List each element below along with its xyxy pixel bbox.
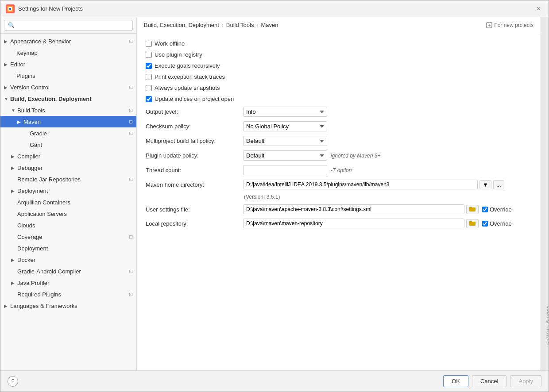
sidebar-item-languages[interactable]: ▶ Languages & Frameworks — [0, 300, 136, 311]
multiproject-policy-label: Multiproject build fail policy: — [146, 138, 243, 144]
sidebar-item-label: Gant — [30, 142, 133, 148]
sidebar-item-clouds[interactable]: Clouds — [0, 219, 136, 231]
sidebar-item-deployment[interactable]: ▶ Deployment — [0, 185, 136, 196]
local-repo-input[interactable] — [243, 219, 464, 228]
content-panel: Build, Execution, Deployment › Build Too… — [137, 17, 541, 370]
breadcrumb-part-3: Maven — [261, 22, 278, 28]
local-repo-browse-btn[interactable] — [466, 219, 479, 228]
cancel-button[interactable]: Cancel — [472, 375, 506, 387]
ext-icon: ⊡ — [129, 38, 133, 44]
output-level-value: Info Debug Warning Error — [243, 107, 532, 117]
sidebar-item-label: Build Tools — [17, 107, 127, 114]
override-label: Override — [490, 206, 512, 213]
arrow-icon: ▶ — [4, 39, 10, 44]
for-new-badge: For new projects — [486, 22, 534, 28]
sidebar-item-appearance[interactable]: ▶ Appearance & Behavior ⊡ — [0, 35, 136, 47]
sidebar-item-remote-jar[interactable]: Remote Jar Repositories ⊡ — [0, 173, 136, 185]
thread-count-input[interactable] — [243, 165, 327, 175]
form-grid: Output level: Info Debug Warning Error C… — [146, 107, 532, 228]
ext-icon: ⊡ — [129, 119, 133, 125]
sidebar-item-build-tools[interactable]: ▼ Build Tools ⊡ — [0, 104, 136, 116]
right-edge: CSDN @荒野漫步者 — [541, 17, 549, 370]
sidebar-item-docker[interactable]: ▶ Docker — [0, 254, 136, 265]
checkbox-update-indices: Update indices on project open — [146, 96, 532, 102]
sidebar-item-label: Gradle-Android Compiler — [17, 268, 127, 275]
folder-icon — [469, 220, 476, 226]
ext-icon: ⊡ — [129, 131, 133, 136]
dialog-title: Settings for New Projects — [18, 5, 83, 12]
sidebar-item-keymap[interactable]: Keymap — [0, 47, 136, 58]
maven-home-browse-btn[interactable]: ... — [493, 180, 504, 189]
close-button[interactable]: × — [534, 4, 543, 13]
sidebar-item-build-exec-deploy[interactable]: ▼ Build, Execution, Deployment — [0, 93, 136, 104]
arrow-icon: ▼ — [4, 96, 10, 101]
sidebar-item-required-plugins[interactable]: Required Plugins ⊡ — [0, 288, 136, 300]
sidebar-item-coverage[interactable]: Coverage ⊡ — [0, 231, 136, 242]
title-bar: Settings for New Projects × — [0, 0, 549, 17]
sidebar-item-gradle-android[interactable]: Gradle-Android Compiler ⊡ — [0, 265, 136, 277]
sidebar-item-label: Docker — [17, 257, 133, 263]
help-button[interactable]: ? — [8, 376, 18, 387]
sidebar-item-label: Deployment — [17, 188, 133, 194]
update-indices-checkbox[interactable] — [146, 96, 152, 102]
for-new-label: For new projects — [494, 22, 534, 28]
arrow-icon: ▶ — [11, 188, 17, 193]
ok-button[interactable]: OK — [443, 375, 468, 387]
sidebar-item-arquillian[interactable]: Arquillian Containers — [0, 196, 136, 208]
sidebar-item-compiler[interactable]: ▶ Compiler — [0, 150, 136, 162]
execute-goals-checkbox[interactable] — [146, 63, 152, 69]
plugin-update-hint: ignored by Maven 3+ — [331, 153, 380, 159]
checksum-policy-select[interactable]: No Global Policy Warn Fail Ignore — [243, 121, 327, 131]
sidebar-item-debugger[interactable]: ▶ Debugger — [0, 162, 136, 173]
sidebar-item-maven[interactable]: ▶ Maven ⊡ — [0, 116, 136, 127]
user-settings-browse-btn[interactable] — [466, 205, 479, 214]
use-plugin-registry-label: Use plugin registry — [155, 51, 202, 58]
print-exception-checkbox[interactable] — [146, 74, 152, 80]
sidebar-item-label: Deployment — [17, 245, 133, 252]
print-exception-label: Print exception stack traces — [155, 73, 225, 80]
always-update-checkbox[interactable] — [146, 85, 152, 91]
apply-button[interactable]: Apply — [510, 375, 541, 387]
local-repo-override: Override — [482, 220, 512, 227]
arrow-icon: ▶ — [11, 281, 17, 285]
local-repo-override-checkbox[interactable] — [482, 221, 488, 227]
plugin-update-policy-select[interactable]: Default Always Never — [243, 150, 327, 161]
user-settings-input[interactable] — [243, 204, 464, 214]
multiproject-policy-select[interactable]: Default Never Always At end — [243, 136, 327, 146]
local-repo-value: Override — [243, 219, 532, 228]
user-settings-override-checkbox[interactable] — [482, 207, 488, 212]
thread-count-label: Thread count: — [146, 167, 243, 173]
sidebar-item-app-servers[interactable]: Application Servers — [0, 208, 136, 219]
override-label: Override — [490, 220, 512, 227]
update-indices-label: Update indices on project open — [155, 96, 234, 102]
output-level-select[interactable]: Info Debug Warning Error — [243, 107, 327, 117]
sidebar-item-label: Plugins — [16, 73, 133, 79]
sidebar-item-version-control[interactable]: ▶ Version Control ⊡ — [0, 81, 136, 93]
maven-home-input[interactable] — [243, 180, 478, 189]
search-input[interactable] — [4, 20, 133, 31]
ext-icon: ⊡ — [129, 108, 133, 113]
sidebar-item-gant[interactable]: Gant — [0, 139, 136, 150]
user-settings-value: Override — [243, 204, 532, 214]
sidebar-item-gradle[interactable]: Gradle ⊡ — [0, 127, 136, 139]
arrow-icon: ▶ — [17, 119, 23, 124]
use-plugin-registry-checkbox[interactable] — [146, 52, 152, 58]
maven-home-dropdown-btn[interactable]: ▼ — [479, 180, 491, 189]
sidebar-item-java-profiler[interactable]: ▶ Java Profiler — [0, 277, 136, 288]
breadcrumb: Build, Execution, Deployment › Build Too… — [137, 17, 541, 33]
arrow-icon: ▶ — [4, 85, 10, 90]
sidebar-item-label: Java Profiler — [17, 280, 133, 286]
checksum-policy-value: No Global Policy Warn Fail Ignore — [243, 121, 532, 131]
svg-rect-3 — [9, 8, 11, 10]
sidebar-item-deployment2[interactable]: Deployment — [0, 242, 136, 254]
arrow-icon: ▶ — [11, 165, 17, 170]
sidebar-item-editor[interactable]: ▶ Editor — [0, 58, 136, 70]
sidebar-item-label: Editor — [10, 61, 133, 68]
arrow-icon: ▶ — [4, 304, 10, 308]
sidebar-item-label: Maven — [23, 119, 127, 125]
sidebar: ▶ Appearance & Behavior ⊡ Keymap ▶ Edito… — [0, 17, 137, 370]
sidebar-item-plugins[interactable]: Plugins — [0, 70, 136, 81]
work-offline-checkbox[interactable] — [146, 41, 152, 47]
svg-rect-10 — [469, 221, 472, 223]
arrow-icon: ▶ — [4, 62, 10, 67]
